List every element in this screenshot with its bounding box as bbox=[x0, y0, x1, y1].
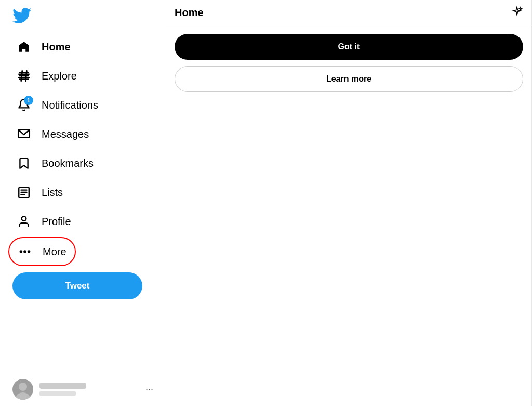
avatar bbox=[12, 379, 33, 400]
profile-icon bbox=[17, 214, 31, 229]
svg-point-10 bbox=[20, 251, 22, 252]
main-content: Home Got it Learn more bbox=[166, 0, 532, 406]
account-options-icon: ··· bbox=[145, 384, 153, 395]
got-it-button[interactable]: Got it bbox=[175, 34, 523, 60]
twitter-logo[interactable] bbox=[8, 0, 157, 31]
lists-icon bbox=[17, 185, 31, 200]
svg-point-11 bbox=[24, 251, 25, 252]
profile-label: Profile bbox=[42, 216, 71, 228]
sidebar-item-explore[interactable]: Explore bbox=[8, 62, 85, 89]
main-header: Home bbox=[166, 0, 531, 25]
home-label: Home bbox=[42, 41, 71, 53]
notifications-label: Notifications bbox=[42, 99, 98, 111]
more-label: More bbox=[43, 246, 66, 258]
account-info bbox=[39, 383, 141, 396]
sidebar-item-more[interactable]: More bbox=[8, 237, 76, 266]
notifications-badge: 1 bbox=[24, 96, 33, 105]
page-title: Home bbox=[175, 7, 204, 19]
notifications-icon: 1 bbox=[17, 98, 31, 112]
bookmarks-label: Bookmarks bbox=[42, 158, 94, 169]
home-icon bbox=[17, 40, 31, 54]
svg-point-12 bbox=[28, 251, 30, 252]
sidebar-item-messages[interactable]: Messages bbox=[8, 121, 97, 148]
sidebar-item-home[interactable]: Home bbox=[8, 33, 79, 60]
main-body: Got it Learn more bbox=[166, 25, 531, 100]
sidebar-item-profile[interactable]: Profile bbox=[8, 208, 79, 235]
explore-label: Explore bbox=[42, 70, 77, 82]
sidebar-item-bookmarks[interactable]: Bookmarks bbox=[8, 150, 102, 177]
sidebar: Home Explore 1 Notifications bbox=[0, 0, 166, 406]
tweet-button[interactable]: Tweet bbox=[12, 272, 142, 299]
messages-label: Messages bbox=[42, 128, 89, 140]
learn-more-button[interactable]: Learn more bbox=[175, 66, 523, 92]
lists-label: Lists bbox=[42, 187, 63, 199]
sidebar-item-lists[interactable]: Lists bbox=[8, 179, 71, 206]
account-handle bbox=[39, 391, 76, 396]
more-icon bbox=[18, 244, 32, 259]
svg-point-14 bbox=[19, 383, 27, 391]
messages-icon bbox=[17, 127, 31, 141]
account-switcher[interactable]: ··· bbox=[8, 373, 157, 406]
explore-icon bbox=[17, 69, 31, 83]
sidebar-item-notifications[interactable]: 1 Notifications bbox=[8, 91, 107, 119]
bookmarks-icon bbox=[17, 156, 31, 171]
sparkle-icon[interactable] bbox=[511, 6, 523, 19]
svg-point-9 bbox=[22, 216, 26, 221]
account-name bbox=[39, 383, 86, 389]
